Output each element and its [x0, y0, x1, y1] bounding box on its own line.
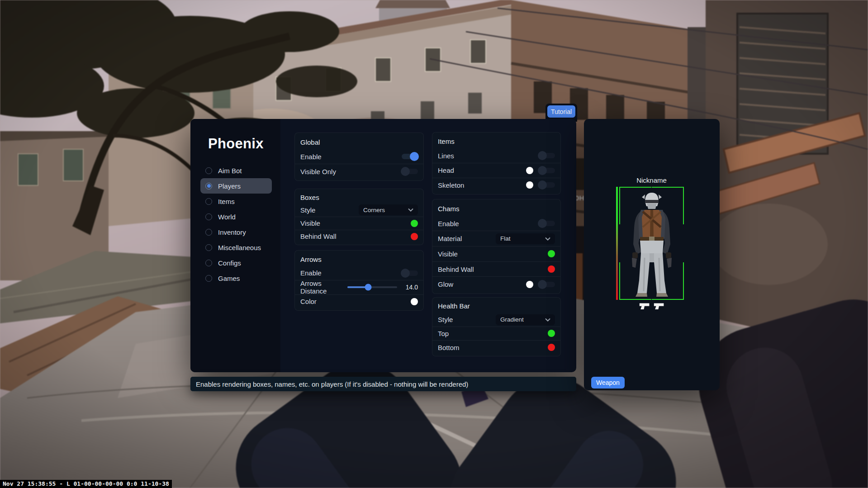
select-value: Corners	[363, 207, 385, 213]
game-screen: OH Tutorial Phoenix Aim Bot Players Item…	[0, 0, 868, 488]
sidebar-item-inventory[interactable]: Inventory	[200, 224, 272, 240]
row-label: Enable	[438, 220, 459, 227]
sidebar: Phoenix Aim Bot Players Items World	[190, 119, 280, 372]
sidebar-item-miscellaneous[interactable]: Miscellaneous	[200, 240, 272, 255]
color-swatch[interactable]	[411, 220, 418, 227]
slider-value: 14.0	[402, 284, 418, 291]
sidebar-item-items[interactable]: Items	[200, 194, 272, 209]
chams-enable-toggle[interactable]	[539, 221, 555, 226]
select-value: Gradient	[500, 316, 524, 323]
row-label: Enable	[300, 269, 322, 277]
visible-only-toggle[interactable]	[402, 169, 418, 174]
row-chams-glow: Glow	[432, 276, 560, 292]
sidebar-item-label: Aim Bot	[218, 167, 242, 175]
row-label: Visible	[438, 250, 458, 258]
row-label: Style	[300, 206, 315, 214]
row-boxes-visible: Visible	[295, 217, 423, 230]
card-global: Global Enable Visible Only	[294, 133, 424, 181]
row-global-visible-only: Visible Only	[295, 164, 423, 179]
radio-icon	[205, 183, 212, 190]
radio-icon	[205, 275, 212, 282]
row-arrows-distance: Arrows Distance 14.0	[295, 280, 423, 294]
card-health-bar-title: Health Bar	[432, 299, 560, 313]
row-health-style: Style Gradient	[432, 313, 560, 327]
sidebar-item-aim-bot[interactable]: Aim Bot	[200, 163, 272, 178]
row-health-bottom: Bottom	[432, 340, 560, 354]
boxes-style-select[interactable]: Corners	[359, 204, 418, 215]
card-chams-title: Chams	[432, 201, 560, 216]
row-label: Material	[438, 235, 462, 242]
row-label: Behind Wall	[300, 232, 336, 240]
card-items: Items Lines Head Skeleton	[432, 132, 561, 194]
enable-toggle[interactable]	[402, 154, 418, 159]
row-items-skeleton: Skeleton	[432, 178, 560, 193]
row-label: Behind Wall	[438, 265, 474, 273]
tutorial-button[interactable]: Tutorial	[547, 105, 575, 118]
card-boxes: Boxes Style Corners Visible Behind Wall	[294, 189, 424, 245]
color-swatch[interactable]	[548, 265, 555, 273]
preview-health-bar	[616, 187, 618, 300]
row-items-lines: Lines	[432, 149, 560, 163]
status-hint-bar: Enables rendering boxes, names, etc. on …	[190, 377, 576, 391]
row-chams-visible: Visible	[432, 246, 560, 261]
menu-title: Phoenix	[208, 136, 264, 152]
radio-icon	[205, 229, 212, 236]
color-swatch[interactable]	[526, 181, 533, 189]
preview-nickname: Nickname	[619, 176, 684, 184]
toggle-knob	[401, 167, 410, 176]
sidebar-item-configs[interactable]: Configs	[200, 255, 272, 270]
glow-toggle[interactable]	[539, 282, 555, 287]
row-label: Head	[438, 166, 454, 174]
cheat-menu-panel: Phoenix Aim Bot Players Items World	[190, 119, 576, 372]
toggle-knob	[401, 269, 410, 278]
color-swatch[interactable]	[411, 298, 418, 305]
chevron-down-icon	[545, 318, 550, 322]
toggle-knob	[538, 280, 547, 289]
sidebar-item-label: Inventory	[218, 228, 246, 236]
card-health-bar: Health Bar Style Gradient Top Bottom	[432, 297, 561, 356]
row-items-head: Head	[432, 163, 560, 178]
preview-weapon-icons	[619, 302, 684, 310]
sidebar-nav: Aim Bot Players Items World Inventory	[200, 163, 272, 286]
sidebar-item-label: World	[218, 213, 236, 221]
weapon-badge[interactable]: Weapon	[591, 377, 625, 389]
pistol-icon	[654, 302, 664, 310]
row-label: Skeleton	[438, 181, 464, 189]
row-label: Glow	[438, 280, 453, 288]
sidebar-item-label: Items	[218, 198, 235, 205]
card-items-title: Items	[432, 134, 560, 149]
skeleton-toggle[interactable]	[539, 182, 555, 188]
radio-icon	[205, 213, 212, 220]
color-swatch[interactable]	[526, 167, 533, 174]
color-swatch[interactable]	[548, 344, 555, 351]
chams-material-select[interactable]: Flat	[496, 233, 555, 244]
row-label: Arrows Distance	[300, 280, 347, 295]
row-label: Style	[438, 316, 453, 323]
lines-toggle[interactable]	[539, 153, 555, 158]
pistol-icon	[639, 302, 650, 310]
color-swatch[interactable]	[411, 233, 418, 240]
color-swatch[interactable]	[548, 250, 555, 257]
sidebar-item-players[interactable]: Players	[200, 178, 272, 194]
health-bar-style-select[interactable]: Gradient	[496, 314, 555, 325]
row-boxes-behind-wall: Behind Wall	[295, 230, 423, 243]
toggle-knob	[410, 152, 419, 161]
sidebar-item-world[interactable]: World	[200, 209, 272, 224]
row-chams-behind-wall: Behind Wall	[432, 261, 560, 277]
head-toggle[interactable]	[539, 168, 555, 173]
chevron-down-icon	[408, 208, 413, 212]
sidebar-item-games[interactable]: Games	[200, 270, 272, 286]
arrows-enable-toggle[interactable]	[402, 270, 418, 276]
color-swatch[interactable]	[526, 281, 533, 288]
toggle-knob	[538, 151, 547, 160]
sidebar-item-label: Games	[218, 275, 240, 282]
row-label: Visible Only	[300, 168, 336, 175]
arrows-distance-slider[interactable]	[347, 286, 397, 288]
row-label: Top	[438, 330, 449, 337]
slider-knob[interactable]	[365, 284, 372, 291]
color-swatch[interactable]	[548, 330, 555, 337]
row-label: Color	[300, 298, 317, 305]
row-boxes-style: Style Corners	[295, 204, 423, 216]
sidebar-item-label: Configs	[218, 259, 241, 267]
radio-icon	[205, 244, 212, 251]
